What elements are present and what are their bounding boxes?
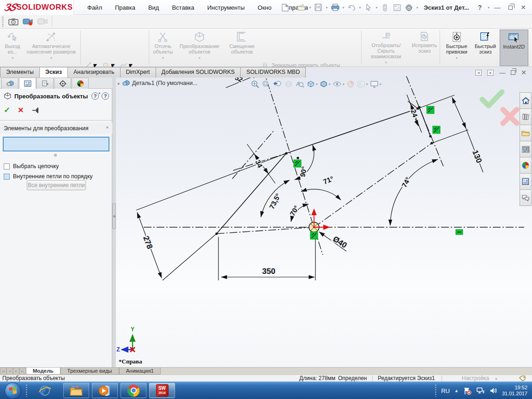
dim-34-text[interactable]: 34 xyxy=(254,159,265,169)
new-document-icon[interactable] xyxy=(280,3,290,12)
last-tab-button[interactable]: ▸| xyxy=(19,368,26,375)
action-center-flag-icon[interactable] xyxy=(463,387,472,395)
next-tab-button[interactable]: ▸ xyxy=(13,368,19,375)
tab-mbd[interactable]: SOLIDWORKS MBD xyxy=(240,67,306,78)
network-icon[interactable] xyxy=(476,387,485,394)
graphics-area[interactable]: 350 278 34 24 xyxy=(116,67,532,367)
pane-left-icon[interactable]: ◂ xyxy=(475,70,482,76)
menu-file[interactable]: Файл xyxy=(81,4,109,11)
dim-130-text[interactable]: 130 xyxy=(471,149,484,164)
record-video-icon[interactable] xyxy=(22,16,34,27)
media-player-button[interactable] xyxy=(92,383,118,398)
listbox-resize-handle[interactable] xyxy=(54,154,57,157)
pm-section-header[interactable]: Элементы для преобразования ^ xyxy=(0,123,112,134)
minimize-button[interactable]: — xyxy=(492,4,502,11)
feature-tree-flyout[interactable]: ▸ Деталь1 (По умолчани... xyxy=(118,80,198,86)
sketch-lines[interactable] xyxy=(217,107,430,234)
zoom-area-icon[interactable] xyxy=(262,80,271,88)
comments-tab[interactable] xyxy=(520,189,532,206)
annotations-visibility-icon[interactable]: A xyxy=(295,80,304,88)
select-chain-checkbox[interactable] xyxy=(4,163,10,169)
doc-restore-icon[interactable] xyxy=(511,70,515,75)
confirm-cancel-icon[interactable] xyxy=(503,109,517,123)
dim-angle-71[interactable] xyxy=(301,189,341,200)
status-custom[interactable]: Настройка xyxy=(462,375,489,382)
menu-insert[interactable]: Вставка xyxy=(165,4,200,11)
home-tab[interactable] xyxy=(520,92,532,109)
language-indicator[interactable]: RU xyxy=(441,387,450,394)
dim-350-text[interactable]: 350 xyxy=(262,267,275,276)
custom-up-icon[interactable]: ▴ xyxy=(495,375,497,382)
dimxpert-manager-tab[interactable] xyxy=(54,78,71,89)
start-button[interactable] xyxy=(5,382,21,399)
model-tab[interactable]: Модель xyxy=(26,368,60,375)
print-dropdown[interactable]: ▾ xyxy=(343,6,345,10)
screen-capture-icon[interactable] xyxy=(7,16,19,27)
configuration-manager-tab[interactable] xyxy=(36,78,54,89)
view-palette-tab[interactable] xyxy=(520,141,532,157)
print-icon[interactable] xyxy=(331,3,340,12)
select-cursor-icon[interactable] xyxy=(364,3,373,12)
new-dropdown[interactable]: ▾ xyxy=(292,6,294,10)
pm-pin-button[interactable] xyxy=(31,107,41,114)
save-icon[interactable] xyxy=(314,3,323,12)
inner-loops-checkbox[interactable] xyxy=(4,174,10,180)
tab-evaluate[interactable]: Анализировать xyxy=(67,67,121,78)
dim-278-text[interactable]: 278 xyxy=(141,235,154,250)
confirm-ok-icon[interactable] xyxy=(482,92,502,106)
clock[interactable]: 19:52 31.01.2017 xyxy=(502,385,530,397)
menu-edit[interactable]: Правка xyxy=(109,4,142,11)
internet-explorer-button[interactable]: e xyxy=(33,383,56,398)
select-dropdown[interactable]: ▾ xyxy=(376,6,378,10)
volume-icon[interactable] xyxy=(490,387,497,394)
view-orientation-icon[interactable]: ▾ xyxy=(307,80,317,88)
doc-minimize-icon[interactable]: — xyxy=(499,69,505,76)
pane-right-icon[interactable]: ▸ xyxy=(487,70,494,76)
dim-735-text[interactable]: 73,5° xyxy=(268,192,282,210)
property-manager-tab[interactable] xyxy=(19,78,36,89)
sketch-points[interactable] xyxy=(215,106,433,235)
pm-ok-button[interactable]: ✓ xyxy=(4,105,10,115)
menu-tools[interactable]: Инструменты xyxy=(201,4,251,11)
quick-snaps-button[interactable]: Быстрые привязки ▾ xyxy=(442,30,471,66)
help-dropdown[interactable]: ▾ xyxy=(488,6,490,10)
dim-90-text[interactable]: 90° xyxy=(298,166,308,178)
tree-item-label[interactable]: Деталь1 (По умолчани... xyxy=(132,80,198,86)
display-style-icon[interactable]: ▾ xyxy=(320,80,330,88)
dim-70-text[interactable]: 70° xyxy=(288,204,300,217)
dim-dia40-text[interactable]: Ø40 xyxy=(331,235,348,250)
prev-tab-button[interactable]: ◂ xyxy=(6,368,13,375)
entities-selection-listbox[interactable] xyxy=(3,137,109,151)
dim-74-text[interactable]: 74° xyxy=(400,176,411,189)
hide-show-items-icon[interactable]: ▾ xyxy=(332,80,344,88)
toolbar-drag-handle[interactable] xyxy=(2,17,4,27)
settings-dropdown[interactable]: ▾ xyxy=(417,6,418,10)
help-icon[interactable]: ? xyxy=(102,92,109,100)
pm-cancel-button[interactable]: ✕ xyxy=(18,106,24,115)
options-list-icon[interactable] xyxy=(393,3,402,12)
animation-tab[interactable]: Анимация1 xyxy=(119,368,161,375)
whats-new-help-icon[interactable]: ?* xyxy=(91,92,99,100)
dim-angle-74[interactable] xyxy=(390,159,438,225)
3d-views-tab[interactable]: Трехмерные виды xyxy=(60,368,119,375)
selection-filter-icon[interactable] xyxy=(381,3,390,12)
open-icon[interactable] xyxy=(297,3,306,12)
show-hidden-icons[interactable]: ▲ xyxy=(454,388,459,393)
chrome-button[interactable] xyxy=(121,383,146,398)
open-dropdown[interactable]: ▾ xyxy=(309,6,311,10)
dim-24-text[interactable]: 24 xyxy=(410,109,420,119)
custom-properties-tab[interactable] xyxy=(520,173,532,190)
tab-sketch[interactable]: Эскиз xyxy=(39,67,68,78)
zoom-fit-icon[interactable] xyxy=(251,80,260,88)
menu-window[interactable]: Окно xyxy=(251,4,278,11)
explorer-button[interactable] xyxy=(63,383,89,398)
centerlines[interactable] xyxy=(144,69,524,255)
feature-manager-tab[interactable] xyxy=(1,78,18,89)
file-explorer-tab[interactable] xyxy=(520,125,532,141)
restore-button[interactable] xyxy=(505,4,515,11)
undo-icon[interactable] xyxy=(347,3,357,12)
appearances-tab[interactable] xyxy=(520,157,532,174)
first-tab-button[interactable]: |◂ xyxy=(0,368,6,375)
close-button[interactable]: ✕ xyxy=(518,4,528,11)
expand-tree-icon[interactable]: ▸ xyxy=(118,81,120,86)
